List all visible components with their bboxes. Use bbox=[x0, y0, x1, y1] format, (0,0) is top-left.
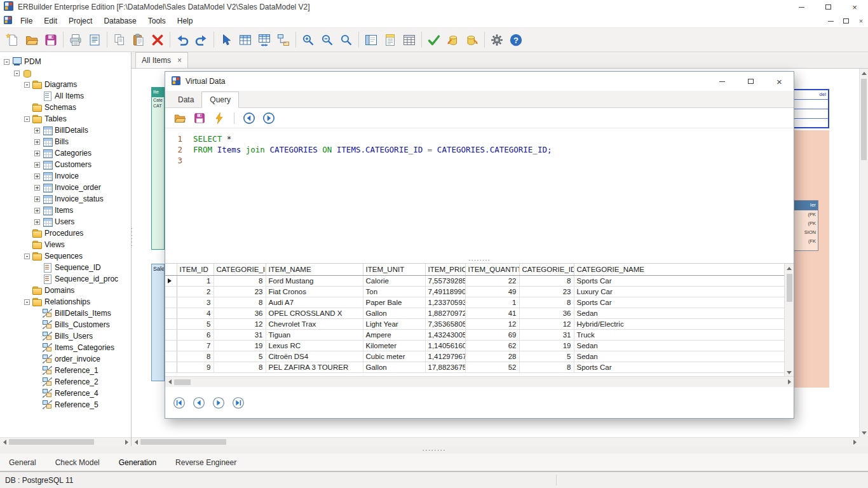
grid-cell[interactable]: 8 bbox=[177, 351, 214, 362]
tree-item-invoice-status[interactable]: +Invoice_status bbox=[0, 193, 131, 205]
tree-item-items-categories[interactable]: Items_Categories bbox=[0, 342, 131, 353]
tree-item-domains[interactable]: Domains bbox=[0, 285, 131, 296]
copy-button[interactable] bbox=[110, 30, 129, 50]
sql-code[interactable]: SELECT * FROM Items join CATEGORIES ON I… bbox=[188, 128, 552, 257]
expand-icon[interactable]: + bbox=[34, 219, 40, 225]
horizontal-splitter-handle[interactable] bbox=[0, 446, 868, 454]
tree-item-categories[interactable]: +Categories bbox=[0, 147, 131, 159]
grid-cell[interactable]: 62 bbox=[465, 340, 519, 351]
grid-cell[interactable]: Chevrolet Trax bbox=[266, 318, 363, 329]
grid-cell[interactable]: Ampere bbox=[363, 329, 425, 340]
expand-icon[interactable]: - bbox=[24, 116, 30, 122]
tree-item-sequences[interactable]: -Sequences bbox=[0, 250, 131, 262]
tab-check-model[interactable]: Check Model bbox=[54, 456, 101, 470]
print-button[interactable] bbox=[66, 30, 85, 50]
tree-item-schemas[interactable]: Schemas bbox=[0, 102, 131, 113]
expand-icon[interactable]: - bbox=[14, 71, 20, 76]
grid-cell[interactable]: Tiguan bbox=[266, 329, 363, 340]
script-button[interactable] bbox=[381, 30, 400, 50]
row-selector[interactable] bbox=[165, 318, 177, 329]
save-button[interactable] bbox=[41, 30, 60, 50]
generate-database-button[interactable] bbox=[463, 30, 482, 50]
redo-button[interactable] bbox=[192, 30, 211, 50]
tab-general[interactable]: General bbox=[8, 456, 37, 470]
grid-cell[interactable]: Light Year bbox=[363, 318, 425, 329]
grid-cell[interactable]: 8 bbox=[214, 297, 266, 308]
minimize-button[interactable] bbox=[788, 0, 815, 14]
grid-cell[interactable]: Sports Car bbox=[574, 275, 784, 286]
tree-item-pdm[interactable]: -PDM bbox=[0, 56, 131, 67]
settings-button[interactable] bbox=[487, 30, 506, 50]
open-query-button[interactable] bbox=[172, 110, 188, 126]
grid-cell[interactable]: 1,882709728 bbox=[425, 308, 465, 318]
maximize-button[interactable] bbox=[815, 0, 841, 14]
grid-cell[interactable]: Cubic meter bbox=[363, 351, 425, 362]
grid-cell[interactable]: 5 bbox=[214, 351, 266, 362]
grid-cell[interactable]: Gallon bbox=[363, 362, 425, 372]
grid-cell[interactable]: 31 bbox=[214, 329, 266, 340]
column-header[interactable]: CATEGORIE_NAME bbox=[574, 264, 784, 275]
tree-item-reference-4[interactable]: Reference_4 bbox=[0, 388, 131, 399]
tree-item-relationships[interactable]: -Relationships bbox=[0, 296, 131, 308]
scrollbar-thumb[interactable] bbox=[174, 379, 191, 385]
grid-cell[interactable]: Kilometer bbox=[363, 340, 425, 351]
tree-item-bills[interactable]: +Bills bbox=[0, 136, 131, 147]
sidebar-hscrollbar[interactable] bbox=[0, 437, 131, 446]
grid-cell[interactable]: 19 bbox=[214, 340, 266, 351]
grid-cell[interactable]: 8 bbox=[519, 275, 574, 286]
grid-cell[interactable]: 1,432430058 bbox=[425, 329, 465, 340]
sidebar-splitter-handle[interactable] bbox=[128, 227, 135, 259]
grid-cell[interactable]: 9 bbox=[177, 362, 214, 372]
scrollbar-thumb[interactable] bbox=[861, 79, 867, 160]
menu-project[interactable]: Project bbox=[63, 15, 98, 27]
grid-cell[interactable]: 4 bbox=[177, 308, 214, 318]
tab-generation[interactable]: Generation bbox=[118, 456, 158, 470]
close-button[interactable]: × bbox=[841, 0, 868, 14]
print-preview-button[interactable] bbox=[85, 30, 104, 50]
grid-cell[interactable]: Ton bbox=[363, 286, 425, 297]
expand-icon[interactable]: - bbox=[24, 299, 30, 305]
grid-cell[interactable]: Sports Car bbox=[574, 362, 784, 372]
grid-cell[interactable]: 36 bbox=[214, 308, 266, 318]
scroll-right-arrow[interactable] bbox=[785, 377, 794, 386]
expand-icon[interactable]: + bbox=[34, 139, 40, 145]
grid-cell[interactable]: 22 bbox=[465, 275, 519, 286]
grid-cell[interactable]: 8 bbox=[214, 362, 266, 372]
grid-cell[interactable]: Lexus RC bbox=[266, 340, 363, 351]
row-selector[interactable] bbox=[165, 297, 177, 308]
diagram-table-sales[interactable]: Sale bbox=[151, 264, 165, 381]
row-selector-header[interactable] bbox=[165, 264, 177, 275]
grid-cell[interactable]: 1,412979673 bbox=[425, 351, 465, 362]
column-header[interactable]: ITEM_ID bbox=[177, 264, 214, 275]
grid-cell[interactable]: 1,140561601 bbox=[425, 340, 465, 351]
save-query-button[interactable] bbox=[191, 110, 208, 126]
grid-cell[interactable]: Luxury Car bbox=[574, 286, 784, 297]
column-header[interactable]: ITEM_UNIT bbox=[363, 264, 425, 275]
row-selector[interactable] bbox=[165, 362, 177, 372]
relationship-tool-button[interactable] bbox=[274, 30, 293, 50]
tree-item-views[interactable]: Views bbox=[0, 239, 131, 250]
editor-grid-splitter[interactable] bbox=[165, 257, 794, 263]
scroll-left-arrow[interactable] bbox=[0, 438, 9, 447]
previous-query-button[interactable] bbox=[241, 110, 257, 126]
row-selector[interactable] bbox=[165, 308, 177, 318]
tab-close-icon[interactable]: × bbox=[177, 56, 182, 65]
dialog-minimize-button[interactable] bbox=[708, 72, 736, 91]
grid-cell[interactable]: 8 bbox=[519, 297, 574, 308]
current-row-indicator[interactable] bbox=[165, 275, 177, 286]
reverse-engineer-button[interactable] bbox=[444, 30, 463, 50]
grid-cell[interactable]: 49 bbox=[465, 286, 519, 297]
tree-item-items[interactable]: +Items bbox=[0, 205, 131, 216]
grid-cell[interactable]: 36 bbox=[519, 308, 574, 318]
tree-item-tables[interactable]: -Tables bbox=[0, 113, 131, 125]
grid-cell[interactable]: 7,491189903 bbox=[425, 286, 465, 297]
zoom-button[interactable] bbox=[337, 30, 356, 50]
grid-cell[interactable]: 12 bbox=[214, 318, 266, 329]
expand-icon[interactable]: - bbox=[24, 82, 30, 88]
next-query-button[interactable] bbox=[261, 110, 277, 126]
menu-edit[interactable]: Edit bbox=[38, 15, 63, 27]
expand-icon[interactable]: + bbox=[34, 162, 40, 168]
row-selector[interactable] bbox=[165, 286, 177, 297]
grid-cell[interactable]: Truck bbox=[574, 329, 784, 340]
row-selector[interactable] bbox=[165, 340, 177, 351]
